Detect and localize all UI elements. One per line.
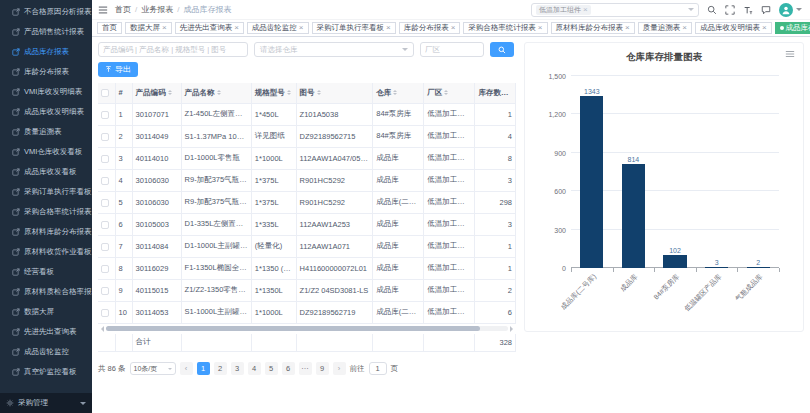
org-filter-select[interactable]: 低温加工组件 × <box>531 3 699 17</box>
sidebar-item[interactable]: 成品库存报表 <box>0 42 92 62</box>
row-checkbox[interactable] <box>101 133 109 141</box>
sidebar-item[interactable]: 先进先出查询表 <box>0 322 92 342</box>
row-checkbox[interactable] <box>101 155 109 163</box>
scroll-right-icon[interactable] <box>510 326 516 332</box>
sort-icon[interactable] <box>510 88 514 97</box>
tab-item[interactable]: 首页 <box>97 22 122 34</box>
sidebar-item[interactable]: 产品销售统计报表 <box>0 22 92 42</box>
page-ellipsis-button[interactable]: ··· <box>299 362 312 375</box>
prev-page-button[interactable]: ‹ <box>180 362 193 375</box>
column-header[interactable]: 产品名称 <box>181 83 251 103</box>
tab-item[interactable]: 先进先出查询表× <box>175 22 244 34</box>
tab-close-icon[interactable]: × <box>299 24 304 32</box>
page-button[interactable]: 4 <box>248 362 261 375</box>
column-header[interactable]: # <box>115 83 132 103</box>
tab-close-icon[interactable]: × <box>162 24 167 32</box>
page-size-select[interactable]: 10条/页 <box>130 362 176 375</box>
column-header[interactable]: 规格型号 <box>251 83 296 103</box>
next-page-button[interactable]: › <box>333 362 346 375</box>
scrollbar-track[interactable] <box>106 326 508 331</box>
page-button[interactable]: 5 <box>265 362 278 375</box>
page-button[interactable]: 1 <box>197 362 210 375</box>
sort-icon[interactable] <box>317 88 321 97</box>
sidebar-item[interactable]: 成品库收发看板 <box>0 162 92 182</box>
search-icon[interactable] <box>707 5 717 15</box>
sidebar-item[interactable]: 真空炉监控看板 <box>0 362 92 382</box>
row-checkbox[interactable] <box>101 221 109 229</box>
sidebar-item-purchase-management[interactable]: 采购管理 <box>0 393 92 413</box>
bar[interactable] <box>747 267 770 268</box>
sidebar-item[interactable]: 成品库收发明细表 <box>0 102 92 122</box>
tab-item[interactable]: 成品库收发明细表× <box>695 22 772 34</box>
keyword-input[interactable] <box>98 42 248 57</box>
sidebar-item[interactable]: VMI库收发明细表 <box>0 82 92 102</box>
tab-item[interactable]: 库龄分布报表× <box>399 22 461 34</box>
tab-item[interactable]: 成品齿轮监控× <box>247 22 309 34</box>
tab-close-icon[interactable]: × <box>682 24 687 32</box>
fullscreen-icon[interactable] <box>725 5 735 15</box>
sidebar-item[interactable]: 原材料收货作业看板 <box>0 242 92 262</box>
row-checkbox[interactable] <box>101 309 109 317</box>
row-checkbox[interactable] <box>101 177 109 185</box>
row-checkbox[interactable] <box>101 199 109 207</box>
factory-input[interactable] <box>420 42 484 57</box>
row-checkbox[interactable] <box>101 265 109 273</box>
goto-page-input[interactable] <box>369 362 387 375</box>
column-header[interactable]: 库存数量 <box>475 83 516 103</box>
sidebar-collapse-icon[interactable] <box>98 5 108 15</box>
sidebar-item[interactable]: 库龄分布报表 <box>0 62 92 82</box>
sort-icon[interactable] <box>393 88 397 97</box>
column-header[interactable]: 图号 <box>296 83 373 103</box>
row-checkbox[interactable] <box>101 243 109 251</box>
sidebar-item[interactable]: 不合格原因分析报表 <box>0 2 92 22</box>
breadcrumb-home[interactable]: 首页 <box>115 4 131 15</box>
row-checkbox[interactable] <box>101 111 109 119</box>
tab-item[interactable]: 数据大屏× <box>125 22 172 34</box>
sidebar-item[interactable]: 质量追溯表 <box>0 122 92 142</box>
sort-icon[interactable] <box>217 88 221 97</box>
sort-icon[interactable] <box>287 88 291 97</box>
tab-close-icon[interactable]: × <box>234 24 239 32</box>
sidebar-item[interactable]: VMI仓库收发看板 <box>0 142 92 162</box>
tab-close-icon[interactable]: × <box>762 24 767 32</box>
tab-close-icon[interactable]: × <box>538 24 543 32</box>
breadcrumb-section[interactable]: 业务报表 <box>141 4 173 15</box>
scroll-left-icon[interactable] <box>98 326 104 332</box>
tab-close-icon[interactable]: × <box>625 24 630 32</box>
tab-item[interactable]: 成品库存报表× <box>775 22 810 34</box>
select-all-checkbox[interactable] <box>101 89 109 97</box>
page-button[interactable]: 6 <box>282 362 295 375</box>
scrollbar-thumb[interactable] <box>106 326 480 331</box>
chart-toolbox-icon[interactable] <box>785 49 795 59</box>
select-all-header[interactable] <box>98 83 115 103</box>
bar[interactable] <box>580 96 603 268</box>
message-icon[interactable] <box>761 5 771 15</box>
sidebar-item[interactable]: 原材料库龄分布报表 <box>0 222 92 242</box>
row-checkbox[interactable] <box>101 287 109 295</box>
column-header[interactable]: 厂区 <box>424 83 475 103</box>
warehouse-select[interactable]: 请选择仓库 <box>254 42 414 57</box>
export-button[interactable]: 导出 <box>98 62 138 77</box>
sidebar-item[interactable]: 数据大屏 <box>0 302 92 322</box>
sidebar-item[interactable]: 经营看板 <box>0 262 92 282</box>
sort-icon[interactable] <box>168 88 172 97</box>
column-header[interactable]: 产品编码 <box>132 83 181 103</box>
tab-item[interactable]: 采购合格率统计报表× <box>463 22 547 34</box>
tab-close-icon[interactable]: × <box>451 24 456 32</box>
sidebar-item[interactable]: 原材料质检合格率报表 <box>0 282 92 302</box>
sidebar-item[interactable]: 成品齿轮监控 <box>0 342 92 362</box>
page-button[interactable]: 9 <box>316 362 329 375</box>
tab-item[interactable]: 质量追溯表× <box>638 22 692 34</box>
sidebar-item[interactable]: 采购订单执行率看板 <box>0 182 92 202</box>
tag-close-icon[interactable]: × <box>583 5 588 15</box>
column-header[interactable]: 仓库 <box>373 83 424 103</box>
tab-close-icon[interactable]: × <box>386 24 391 32</box>
user-menu[interactable] <box>779 3 802 17</box>
page-button[interactable]: 3 <box>231 362 244 375</box>
search-button[interactable] <box>490 42 514 57</box>
sort-icon[interactable] <box>444 88 448 97</box>
bar[interactable] <box>663 255 686 268</box>
tab-item[interactable]: 采购订单执行率看板× <box>312 22 396 34</box>
bar[interactable] <box>622 164 645 268</box>
bar[interactable] <box>705 267 728 268</box>
